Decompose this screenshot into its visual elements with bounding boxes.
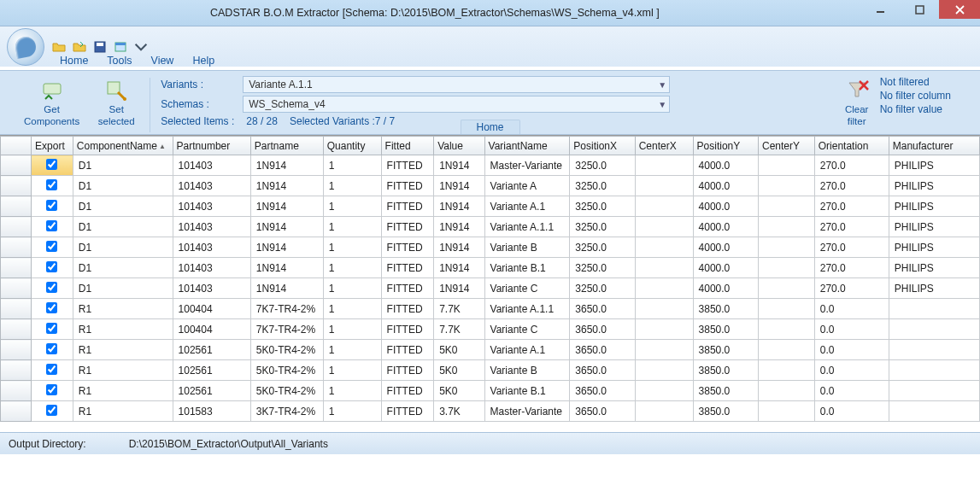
table-row[interactable]: R11025615K0-TR4-2%1FITTED5K0Variante B.1…: [1, 381, 980, 401]
cell[interactable]: 0.0: [814, 340, 889, 360]
column-header-centery[interactable]: CenterY: [758, 137, 814, 155]
cell[interactable]: 101403: [173, 176, 250, 196]
cell[interactable]: Variante A.1.1: [484, 299, 570, 319]
column-header-partnumber[interactable]: Partnumber: [173, 137, 250, 155]
cell[interactable]: 7K7-TR4-2%: [250, 319, 323, 340]
cell[interactable]: 3650.0: [570, 401, 635, 422]
export-checkbox[interactable]: [46, 159, 57, 170]
cell[interactable]: 1N914: [250, 155, 323, 176]
set-selected-button[interactable]: Set selected: [86, 76, 146, 134]
cell[interactable]: 4000.0: [693, 237, 758, 258]
cell[interactable]: 7.7K: [434, 299, 484, 319]
cell[interactable]: [635, 340, 693, 360]
table-row[interactable]: R11025615K0-TR4-2%1FITTED5K0Variante B36…: [1, 360, 980, 381]
cell[interactable]: 1N914: [434, 176, 484, 196]
column-header-manufacturer[interactable]: Manufacturer: [889, 137, 979, 155]
row-header[interactable]: [1, 258, 32, 278]
row-header[interactable]: [1, 278, 32, 299]
cell[interactable]: 3K7-TR4-2%: [250, 401, 323, 422]
cell[interactable]: 3.7K: [434, 401, 484, 422]
cell[interactable]: FITTED: [381, 381, 434, 401]
cell[interactable]: 7K7-TR4-2%: [250, 299, 323, 319]
cell[interactable]: R1: [73, 360, 173, 381]
table-row[interactable]: D11014031N9141FITTED1N914Variante B.1325…: [1, 258, 980, 278]
cell[interactable]: 101403: [173, 155, 250, 176]
cell[interactable]: D1: [73, 196, 173, 217]
cell[interactable]: 270.0: [814, 176, 889, 196]
export-cell[interactable]: [32, 319, 73, 340]
export-cell[interactable]: [32, 299, 73, 319]
cell[interactable]: Variante B: [484, 237, 570, 258]
cell[interactable]: 3850.0: [693, 340, 758, 360]
cell[interactable]: [758, 237, 814, 258]
cell[interactable]: 270.0: [814, 237, 889, 258]
cell[interactable]: 1: [323, 278, 381, 299]
cell[interactable]: [635, 217, 693, 237]
cell[interactable]: [758, 401, 814, 422]
cell[interactable]: FITTED: [381, 401, 434, 422]
cell[interactable]: FITTED: [381, 217, 434, 237]
cell[interactable]: [635, 319, 693, 340]
cell[interactable]: 1: [323, 299, 381, 319]
export-cell[interactable]: [32, 176, 73, 196]
menu-tools[interactable]: Tools: [107, 55, 132, 67]
table-row[interactable]: D11014031N9141FITTED1N914Variante A.1.13…: [1, 217, 980, 237]
cell[interactable]: FITTED: [381, 155, 434, 176]
table-row[interactable]: R11015833K7-TR4-2%1FITTED3.7KMaster-Vari…: [1, 401, 980, 422]
cell[interactable]: 101403: [173, 196, 250, 217]
cell[interactable]: 1: [323, 360, 381, 381]
cell[interactable]: [635, 381, 693, 401]
cell[interactable]: 1N914: [250, 217, 323, 237]
cell[interactable]: [758, 299, 814, 319]
cell[interactable]: [889, 319, 979, 340]
cell[interactable]: [758, 381, 814, 401]
export-cell[interactable]: [32, 155, 73, 176]
cell[interactable]: [758, 217, 814, 237]
cell[interactable]: D1: [73, 237, 173, 258]
cell[interactable]: Master-Variante: [484, 401, 570, 422]
cell[interactable]: 1: [323, 217, 381, 237]
export-checkbox[interactable]: [46, 282, 57, 293]
export-cell[interactable]: [32, 381, 73, 401]
cell[interactable]: 7.7K: [434, 319, 484, 340]
cell[interactable]: PHILIPS: [889, 278, 979, 299]
cell[interactable]: FITTED: [381, 360, 434, 381]
column-header-fitted[interactable]: Fitted: [381, 137, 434, 155]
cell[interactable]: 100404: [173, 299, 250, 319]
cell[interactable]: 4000.0: [693, 217, 758, 237]
cell[interactable]: 270.0: [814, 278, 889, 299]
cell[interactable]: 3250.0: [570, 237, 635, 258]
cell[interactable]: 3650.0: [570, 381, 635, 401]
cell[interactable]: [889, 381, 979, 401]
cell[interactable]: 101403: [173, 258, 250, 278]
cell[interactable]: 3850.0: [693, 401, 758, 422]
cell[interactable]: D1: [73, 278, 173, 299]
cell[interactable]: PHILIPS: [889, 217, 979, 237]
cell[interactable]: 1: [323, 319, 381, 340]
cell[interactable]: 5K0: [434, 340, 484, 360]
column-header-componentname[interactable]: ComponentName▲: [73, 137, 173, 155]
cell[interactable]: [758, 155, 814, 176]
cell[interactable]: D1: [73, 155, 173, 176]
row-header[interactable]: [1, 319, 32, 340]
cell[interactable]: Master-Variante: [484, 155, 570, 176]
cell[interactable]: 3850.0: [693, 381, 758, 401]
export-checkbox[interactable]: [46, 384, 57, 395]
cell[interactable]: Variante B: [484, 360, 570, 381]
cell[interactable]: Variante C: [484, 278, 570, 299]
export-checkbox[interactable]: [46, 405, 57, 416]
table-row[interactable]: D11014031N9141FITTED1N914Variante A.1325…: [1, 196, 980, 217]
cell[interactable]: R1: [73, 319, 173, 340]
column-header-export[interactable]: Export: [32, 137, 73, 155]
export-checkbox[interactable]: [46, 179, 57, 190]
menu-home[interactable]: Home: [60, 55, 88, 67]
cell[interactable]: R1: [73, 340, 173, 360]
cell[interactable]: [889, 340, 979, 360]
cell[interactable]: 3250.0: [570, 176, 635, 196]
table-row[interactable]: D11014031N9141FITTED1N914Variante A3250.…: [1, 176, 980, 196]
cell[interactable]: 3850.0: [693, 319, 758, 340]
column-header-value[interactable]: Value: [434, 137, 484, 155]
cell[interactable]: 4000.0: [693, 155, 758, 176]
row-header[interactable]: [1, 401, 32, 422]
row-header[interactable]: [1, 217, 32, 237]
